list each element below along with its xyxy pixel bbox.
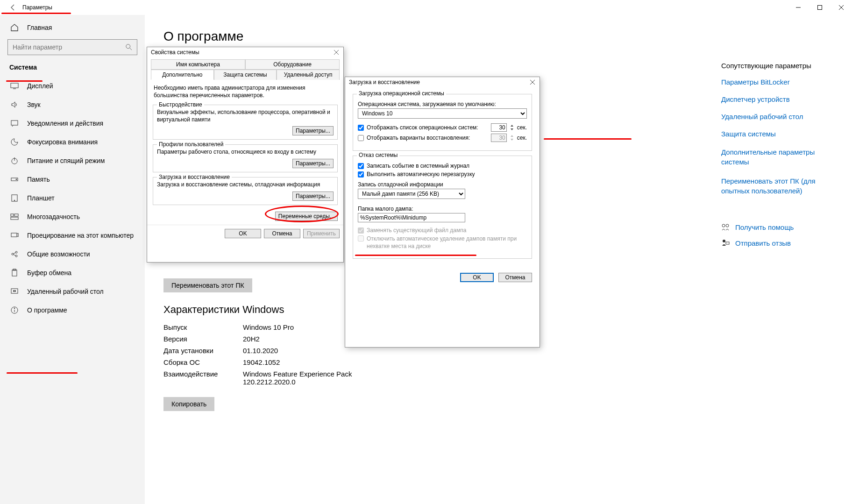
sidebar-home[interactable]: Главная	[0, 19, 145, 39]
nav-remote[interactable]: Удаленный рабочий стол	[0, 282, 145, 301]
dialog-titlebar: Загрузка и восстановление	[345, 77, 540, 87]
spec-value: Windows Feature Experience Pack 120.2212…	[243, 370, 364, 386]
spec-row: ВзаимодействиеWindows Feature Experience…	[163, 368, 364, 388]
dump-folder-label: Папка малого дампа:	[358, 206, 527, 212]
ok-button[interactable]: OK	[225, 229, 261, 238]
debug-info-select[interactable]: Малый дамп памяти (256 KB)	[358, 189, 465, 199]
maximize-button[interactable]	[809, 0, 831, 15]
dump-folder-input[interactable]	[358, 213, 465, 222]
auto-restart-checkbox[interactable]	[358, 171, 364, 177]
spec-value: Windows 10 Pro	[243, 323, 294, 331]
cancel-button[interactable]: Отмена	[264, 229, 300, 238]
system-properties-dialog: Свойства системы Имя компьютера Оборудов…	[147, 47, 344, 263]
nav-shared[interactable]: Общие возможности	[0, 245, 145, 263]
cancel-button[interactable]: Отмена	[498, 273, 532, 282]
nav-display[interactable]: Дисплей	[0, 77, 145, 95]
default-os-label: Операционная система, загружаемая по умо…	[358, 101, 527, 107]
link-device-manager[interactable]: Диспетчер устройств	[721, 95, 833, 103]
spec-row: Версия20H2	[163, 333, 364, 345]
feedback-label: Отправить отзыв	[735, 239, 791, 247]
apply-button[interactable]: Применить	[303, 229, 340, 238]
nav-tablet[interactable]: Планшет	[0, 189, 145, 207]
link-bitlocker[interactable]: Параметры BitLocker	[721, 78, 833, 86]
help-icon	[721, 223, 730, 231]
close-icon[interactable]	[529, 79, 536, 85]
startup-fieldset: Загрузка и восстановление Загрузка и вос…	[153, 177, 338, 205]
startup-settings-button[interactable]: Параметры...	[292, 192, 334, 201]
default-os-select[interactable]: Windows 10	[358, 108, 527, 119]
nav-label: Память	[27, 176, 50, 183]
nav-sound[interactable]: Звук	[0, 95, 145, 114]
nav-focus[interactable]: Фокусировка внимания	[0, 133, 145, 151]
spec-row: Дата установки01.10.2020	[163, 345, 364, 356]
seconds-label: сек.	[517, 135, 527, 141]
performance-settings-button[interactable]: Параметры...	[292, 126, 334, 135]
minimize-button[interactable]	[788, 0, 809, 15]
svg-point-14	[14, 200, 15, 201]
nav-storage[interactable]: Память	[0, 170, 145, 189]
dialog-titlebar: Свойства системы	[147, 47, 343, 57]
svg-point-20	[15, 251, 17, 253]
fieldset-text: Визуальные эффекты, использование процес…	[157, 109, 334, 123]
search-input[interactable]	[13, 43, 126, 51]
tab-hardware[interactable]: Оборудование	[245, 59, 340, 69]
svg-point-31	[726, 224, 729, 227]
nav-clipboard[interactable]: Буфер обмена	[0, 263, 145, 282]
link-advanced-system[interactable]: Дополнительные параметры системы	[721, 147, 833, 167]
group-legend: Загрузка операционной системы	[357, 90, 446, 97]
svg-rect-26	[11, 289, 18, 293]
link-rename-advanced[interactable]: Переименовать этот ПК (для опытных польз…	[721, 176, 833, 196]
specs-title: Характеристики Windows	[163, 304, 364, 316]
nav-label: Общие возможности	[27, 250, 90, 258]
os-boot-group: Загрузка операционной системы Операционн…	[353, 94, 532, 151]
rename-pc-button[interactable]: Переименовать этот ПК	[163, 278, 252, 292]
nav-projecting[interactable]: Проецирование на этот компьютер	[0, 226, 145, 245]
auto-restart-label: Выполнить автоматическую перезагрузку	[367, 171, 475, 177]
svg-point-4	[126, 44, 130, 49]
link-system-protection[interactable]: Защита системы	[721, 130, 833, 138]
page-title: О программе	[163, 29, 833, 44]
os-list-seconds-input[interactable]	[491, 123, 507, 132]
nav-label: О программе	[27, 306, 67, 314]
display-icon	[10, 82, 19, 90]
tab-computer-name[interactable]: Имя компьютера	[151, 59, 245, 69]
nav-list: Дисплей Звук Уведомления и действия Фоку…	[0, 77, 145, 319]
storage-icon	[10, 175, 19, 184]
nav-label: Удаленный рабочий стол	[27, 288, 104, 295]
nav-label: Питание и спящий режим	[27, 157, 105, 164]
spec-label: Версия	[163, 335, 243, 343]
nav-label: Многозадачность	[27, 213, 80, 220]
ok-button[interactable]: OK	[460, 273, 494, 282]
spec-value: 01.10.2020	[243, 347, 278, 355]
tab-remote[interactable]: Удаленный доступ	[277, 70, 340, 80]
nav-label: Звук	[27, 101, 41, 108]
nav-notifications[interactable]: Уведомления и действия	[0, 114, 145, 133]
write-event-checkbox[interactable]	[358, 163, 364, 169]
clipboard-icon	[10, 269, 19, 277]
copy-button[interactable]: Копировать	[163, 397, 214, 411]
profiles-settings-button[interactable]: Параметры...	[292, 159, 334, 168]
spec-row: Сборка ОС19042.1052	[163, 356, 364, 368]
spinner-buttons[interactable]	[510, 123, 514, 132]
notifications-icon	[10, 119, 19, 128]
show-recovery-checkbox[interactable]	[358, 135, 364, 141]
tab-advanced[interactable]: Дополнительно	[151, 70, 214, 80]
close-button[interactable]	[831, 0, 852, 15]
nav-multitask[interactable]: Многозадачность	[0, 207, 145, 226]
search-box[interactable]	[7, 39, 137, 55]
tab-system-protection[interactable]: Защита системы	[214, 70, 277, 80]
close-icon[interactable]	[333, 49, 340, 56]
link-remote-desktop[interactable]: Удаленный рабочий стол	[721, 113, 833, 121]
disable-autodelete-label: Отключить автоматическое удаление дампов…	[367, 235, 527, 250]
get-help-link[interactable]: Получить помощь	[721, 223, 833, 231]
send-feedback-link[interactable]: Отправить отзыв	[721, 239, 833, 247]
spec-value: 20H2	[243, 335, 260, 343]
svg-rect-16	[14, 214, 18, 216]
show-os-list-checkbox[interactable]	[358, 125, 364, 131]
back-arrow-icon[interactable]	[9, 4, 17, 11]
shared-icon	[10, 250, 19, 258]
nav-label: Проецирование на этот компьютер	[27, 232, 134, 239]
projecting-icon	[10, 231, 19, 240]
nav-about[interactable]: О программе	[0, 301, 145, 319]
nav-power[interactable]: Питание и спящий режим	[0, 151, 145, 170]
